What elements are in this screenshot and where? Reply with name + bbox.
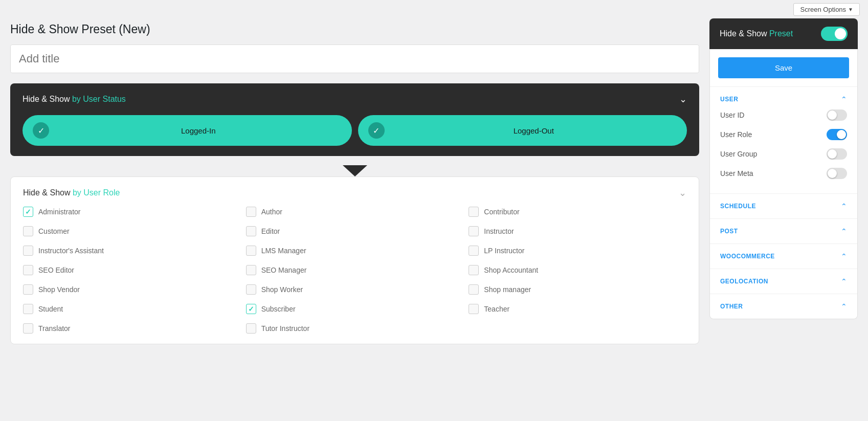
role-label: Student <box>38 305 63 313</box>
logged-in-check-icon: ✓ <box>33 122 49 139</box>
role-checkbox[interactable] <box>469 207 479 217</box>
role-label: Customer <box>38 227 70 235</box>
sidebar-top-title: Hide & Show Preset <box>720 29 793 38</box>
sidebar-section-user: USER ⌃ User IDUser RoleUser GroupUser Me… <box>710 86 857 193</box>
schedule-section-title: SCHEDULE <box>720 203 756 210</box>
save-button[interactable]: Save <box>718 57 849 78</box>
user-status-panel: Hide & Show by User Status ⌄ ✓ Logged-In… <box>10 83 699 156</box>
sidebar: Hide & Show Preset Save USER ⌃ <box>709 18 858 344</box>
role-checkbox[interactable] <box>23 323 33 334</box>
sidebar-user-row: User ID <box>720 105 847 125</box>
role-checkbox[interactable] <box>23 304 33 314</box>
role-label: Tutor Instructor <box>261 324 309 333</box>
preset-main-toggle[interactable] <box>821 27 848 41</box>
toggle-thumb <box>837 130 846 139</box>
role-grid: ✓AdministratorAuthorContributorCustomerE… <box>23 207 686 334</box>
role-item: SEO Manager <box>246 265 464 275</box>
role-item: SEO Editor <box>23 265 241 275</box>
role-label: LMS Manager <box>261 247 306 255</box>
screen-options-chevron-icon: ▼ <box>848 7 853 12</box>
status-buttons: ✓ Logged-In ✓ Logged-Out <box>23 115 687 146</box>
page-title: Hide & Show Preset (New) <box>10 23 699 36</box>
sidebar-user-row: User Role <box>720 125 847 144</box>
user-role-panel-header: Hide & Show by User Role ⌄ <box>23 187 686 198</box>
role-label: Subscriber <box>261 305 296 313</box>
user-section-title: USER <box>720 96 738 103</box>
sidebar-row-toggle[interactable] <box>827 148 847 160</box>
logged-out-button[interactable]: ✓ Logged-Out <box>358 115 687 146</box>
role-item: Instructor's Assistant <box>23 246 241 256</box>
role-checkbox[interactable] <box>246 207 256 217</box>
sidebar-row-toggle[interactable] <box>827 109 847 121</box>
role-item: ✓Subscriber <box>246 304 464 314</box>
role-checkbox[interactable] <box>246 246 256 256</box>
role-label: Administrator <box>38 208 80 216</box>
user-status-collapse-icon[interactable]: ⌄ <box>679 94 687 105</box>
user-status-title: Hide & Show by User Status <box>23 95 126 104</box>
sidebar-row-toggle[interactable] <box>827 129 847 140</box>
arrow-connector <box>343 165 367 176</box>
role-item: LP Instructor <box>469 246 686 256</box>
screen-options-button[interactable]: Screen Options ▼ <box>793 3 860 16</box>
screen-options-label: Screen Options <box>800 6 846 13</box>
user-section-header[interactable]: USER ⌃ <box>720 93 847 105</box>
sidebar-user-row: User Meta <box>720 164 847 183</box>
role-label: Author <box>261 208 282 216</box>
geolocation-section-title: GEOLOCATION <box>720 278 768 285</box>
schedule-section-chevron-icon: ⌃ <box>841 202 847 210</box>
role-label: Shop Accountant <box>484 266 538 274</box>
woocommerce-section-header[interactable]: WOOCOMMERCE ⌃ <box>720 250 847 262</box>
role-item: Shop manager <box>469 284 686 295</box>
role-checkbox[interactable] <box>246 226 256 236</box>
schedule-section-header[interactable]: SCHEDULE ⌃ <box>720 200 847 212</box>
woocommerce-section-title: WOOCOMMERCE <box>720 253 775 260</box>
page-wrapper: Screen Options ▼ Hide & Show Preset (New… <box>0 0 868 354</box>
role-label: Instructor <box>484 227 514 235</box>
role-label: Translator <box>38 324 71 333</box>
role-checkbox[interactable] <box>469 304 479 314</box>
user-role-title: Hide & Show by User Role <box>23 188 120 197</box>
post-section-header[interactable]: POST ⌃ <box>720 225 847 237</box>
role-checkbox[interactable] <box>469 265 479 275</box>
logged-in-button[interactable]: ✓ Logged-In <box>23 115 352 146</box>
other-section-title: OTHER <box>720 303 743 310</box>
other-section-header[interactable]: OTHER ⌃ <box>720 300 847 313</box>
role-label: Editor <box>261 227 280 235</box>
role-label: SEO Manager <box>261 266 307 274</box>
role-label: Shop Vendor <box>38 285 80 294</box>
woocommerce-section-chevron-icon: ⌃ <box>841 252 847 260</box>
title-input-wrapper <box>10 45 699 73</box>
user-status-panel-header: Hide & Show by User Status ⌄ <box>23 94 687 105</box>
role-checkbox[interactable] <box>246 323 256 334</box>
role-checkbox[interactable] <box>246 265 256 275</box>
role-checkbox[interactable]: ✓ <box>23 207 33 217</box>
role-item: Instructor <box>469 226 686 236</box>
logged-out-label: Logged-Out <box>391 126 677 135</box>
role-checkbox[interactable] <box>23 265 33 275</box>
role-item: LMS Manager <box>246 246 464 256</box>
role-item: Customer <box>23 226 241 236</box>
role-checkbox[interactable] <box>469 226 479 236</box>
sidebar-section-post: POST ⌃ <box>710 218 857 243</box>
user-role-collapse-icon[interactable]: ⌄ <box>679 187 686 198</box>
sidebar-section-other: OTHER ⌃ <box>710 294 857 319</box>
geolocation-section-header[interactable]: GEOLOCATION ⌃ <box>720 275 847 287</box>
role-item: Translator <box>23 323 241 334</box>
sidebar-section-woocommerce: WOOCOMMERCE ⌃ <box>710 243 857 269</box>
role-item: Shop Vendor <box>23 284 241 295</box>
toggle-thumb <box>828 149 837 159</box>
sidebar-row-toggle[interactable] <box>827 168 847 179</box>
role-label: Teacher <box>484 305 509 313</box>
title-input[interactable] <box>11 45 699 73</box>
role-checkbox[interactable] <box>469 284 479 295</box>
role-checkbox[interactable] <box>23 246 33 256</box>
role-checkbox[interactable] <box>23 226 33 236</box>
role-item: Contributor <box>469 207 686 217</box>
role-checkbox[interactable] <box>469 246 479 256</box>
role-checkbox[interactable] <box>246 284 256 295</box>
role-label: Instructor's Assistant <box>38 247 104 255</box>
sidebar-row-label: User Role <box>720 130 752 139</box>
sidebar-section-schedule: SCHEDULE ⌃ <box>710 193 857 218</box>
role-checkbox[interactable] <box>23 284 33 295</box>
role-checkbox[interactable]: ✓ <box>246 304 256 314</box>
